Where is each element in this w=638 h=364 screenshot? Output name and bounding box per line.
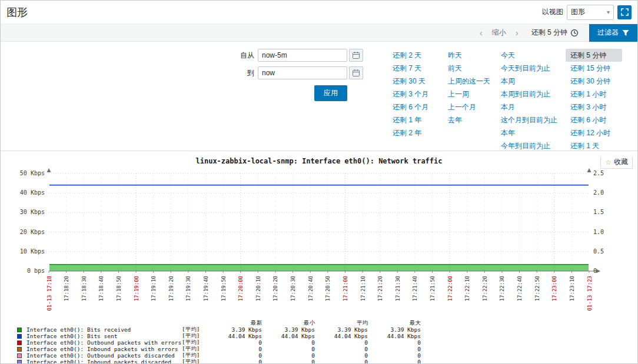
time-range-button[interactable]: 还剩 5 分钟 [524,24,586,42]
quick-range-link[interactable]: 本月 [496,101,562,113]
svg-text:17:19:10: 17:19:10 [151,276,157,301]
quick-range-link[interactable]: 还剩 3 小时 [566,101,622,113]
svg-text:1.0: 1.0 [593,229,604,235]
svg-text:17:20:10: 17:20:10 [255,276,261,301]
graph-title: linux-zabbix-local-snmp: Interface eth0(… [1,157,637,165]
svg-text:17:20:30: 17:20:30 [290,276,296,301]
quick-range-link[interactable]: 昨天 [443,49,493,62]
quick-range-column: 还剩 2 天还剩 7 天还剩 30 天还剩 3 个月还剩 6 个月还剩 1 年还… [388,49,440,151]
svg-text:17:21:30: 17:21:30 [395,276,401,301]
quick-range-link[interactable]: 上一个月 [443,101,493,113]
svg-text:17:21:10: 17:21:10 [360,276,366,301]
quick-range-link[interactable]: 今年到目前为止 [496,139,562,152]
legend-value: 0 [209,352,262,359]
quick-range-link[interactable]: 还剩 1 年 [388,113,440,126]
quick-range-link[interactable]: 上周的这一天 [443,75,493,88]
legend-swatch [17,328,22,332]
quick-range-link[interactable]: 还剩 1 小时 [566,88,622,101]
graph-section: ☆ 收藏 linux-zabbix-local-snmp: Interface … [1,157,637,364]
svg-text:17:19:50: 17:19:50 [221,276,227,301]
quick-range-link[interactable]: 还剩 30 天 [388,75,440,88]
legend-value: 44.04 Kbps [262,333,315,339]
zoom-out-button[interactable]: 缩小 [489,28,510,38]
legend-swatch [17,334,22,339]
svg-text:30 Kbps: 30 Kbps [20,209,45,215]
svg-text:20 Kbps: 20 Kbps [20,229,45,235]
legend-row: Interface eth0(): Bits sent[平均]44.04 Kbp… [17,332,637,339]
svg-text:17:22:00: 17:22:00 [447,276,453,301]
star-icon: ☆ [605,158,612,166]
legend-value: 0 [262,359,315,364]
svg-text:17:18:50: 17:18:50 [116,276,122,301]
quick-range-link[interactable]: 还剩 6 小时 [566,113,622,126]
quick-range-link[interactable]: 还剩 12 小时 [566,126,622,139]
legend-swatch [17,353,22,358]
svg-text:17:18:20: 17:18:20 [64,276,69,301]
svg-text:17:21:50: 17:21:50 [430,276,436,301]
quick-range-link[interactable]: 还剩 30 分钟 [566,75,622,88]
from-label: 自从 [234,51,254,61]
quick-range-link[interactable]: 前天 [443,62,493,75]
time-shift-forward-button[interactable]: › [510,25,524,41]
legend-item-name: Interface eth0(): Inbound packets with e… [26,346,182,352]
svg-text:01-13 17:18: 01-13 17:18 [46,276,52,311]
graph-legend: 最新最小平均最大Interface eth0(): Bits received[… [17,319,637,364]
quick-range-link[interactable]: 去年 [443,113,493,126]
to-input[interactable] [258,66,347,79]
quick-range-link[interactable]: 本年 [496,126,562,139]
legend-item-name: Interface eth0(): Inbound packets discar… [26,359,182,364]
svg-text:2.0: 2.0 [593,189,604,196]
legend-row: Interface eth0(): Inbound packets with e… [17,345,637,352]
quick-range-link[interactable]: 还剩 15 分钟 [566,62,622,75]
legend-row: Interface eth0(): Outbound packets disca… [17,352,637,358]
quick-range-link[interactable]: 还剩 1 天 [566,139,622,152]
quick-range-link[interactable]: 今天 [496,49,562,62]
header-controls: 以视图 图形 ▾ [542,5,632,20]
legend-value: 0 [209,346,262,352]
page-title: 图形 [6,5,28,19]
favourite-tab[interactable]: ☆ 收藏 [600,156,633,169]
quick-range-link[interactable]: 还剩 6 个月 [388,101,440,113]
funnel-icon [622,29,629,36]
quick-range-link[interactable]: 还剩 7 天 [388,62,440,75]
filter-button[interactable]: 过滤器 [589,24,637,42]
quick-range-link[interactable]: 上一周 [443,88,493,101]
svg-text:50 Kbps: 50 Kbps [20,170,45,176]
legend-row: Interface eth0(): Outbound packets with … [17,339,637,345]
page-header: 图形 以视图 图形 ▾ [1,1,637,24]
from-calendar-button[interactable] [349,49,363,62]
quick-range-link-selected[interactable]: 还剩 5 分钟 [566,49,622,62]
quick-range-link[interactable]: 本周到目前为止 [496,88,562,101]
legend-value: 44.04 Kbps [368,333,421,339]
svg-text:17:21:00: 17:21:00 [343,276,348,301]
svg-text:17:18:30: 17:18:30 [81,276,87,301]
quick-range-link[interactable]: 这个月到目前为止 [496,113,562,126]
quick-range-link[interactable]: 本周 [496,75,562,88]
svg-text:17:19:00: 17:19:00 [134,276,139,301]
svg-text:1.5: 1.5 [593,209,604,215]
svg-text:2.5: 2.5 [593,170,604,176]
from-input[interactable] [258,49,347,62]
apply-button[interactable]: 应用 [314,85,347,101]
zabbix-graphs-page: 图形 以视图 图形 ▾ ‹ 缩小 › 还剩 5 分钟 过滤器 [0,0,638,364]
quick-range-link[interactable]: 还剩 2 年 [388,126,440,139]
view-as-value: 图形 [571,7,585,17]
svg-text:17:20:20: 17:20:20 [273,276,278,301]
view-as-select[interactable]: 图形 ▾ [567,5,614,20]
expand-icon [621,8,629,16]
legend-value: 44.04 Kbps [315,333,368,339]
network-traffic-graph[interactable]: 50 Kbps2.540 Kbps2.030 Kbps1.520 Kbps1.0… [6,165,632,318]
legend-header-row: 最新最小平均最大 [17,319,637,326]
time-shift-back-button[interactable]: ‹ [474,25,489,41]
legend-function: [平均] [182,358,209,364]
kiosk-mode-button[interactable] [617,5,632,19]
quick-range-link[interactable]: 还剩 2 天 [388,49,440,62]
quick-range-link[interactable]: 还剩 3 个月 [388,88,440,101]
legend-value: 44.04 Kbps [209,333,262,339]
to-calendar-button[interactable] [349,66,363,79]
svg-text:10 Kbps: 10 Kbps [20,248,45,255]
legend-row: Interface eth0(): Bits received[平均]3.39 … [17,326,637,332]
svg-text:17:23:00: 17:23:00 [551,276,557,301]
quick-range-link[interactable]: 今天到目前为止 [496,62,562,75]
svg-text:17:22:40: 17:22:40 [517,276,523,301]
